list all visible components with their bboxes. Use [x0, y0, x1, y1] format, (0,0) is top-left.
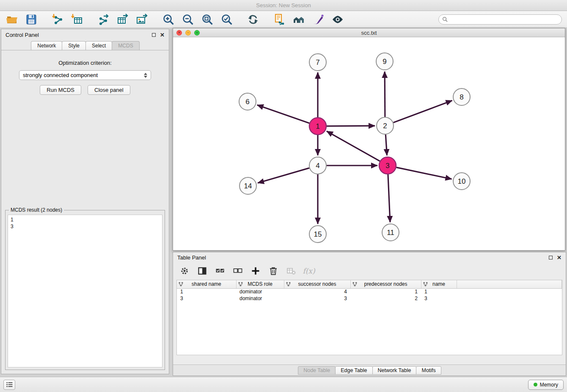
tab-mcds[interactable]: MCDS — [112, 41, 139, 50]
delete-column-button[interactable] — [268, 265, 279, 276]
graph-node[interactable]: 2 — [377, 117, 394, 134]
graph-node-label: 1 — [316, 122, 319, 130]
deselect-all-icon — [233, 266, 242, 276]
show-graphics-button[interactable] — [331, 13, 344, 26]
graph-edge[interactable] — [257, 105, 310, 123]
graph-edge[interactable] — [327, 131, 380, 161]
export-network-button[interactable] — [96, 13, 110, 26]
table-row[interactable]: 3 dominator 3 2 3 — [177, 295, 562, 302]
table-cell[interactable]: 1 — [350, 288, 421, 295]
graph-edge[interactable] — [388, 174, 390, 222]
graph-node[interactable]: 1 — [309, 118, 326, 135]
minimize-window-icon[interactable]: − — [185, 30, 191, 36]
show-columns-button[interactable] — [197, 265, 208, 276]
zoom-in-button[interactable] — [162, 13, 175, 26]
mcds-result-list[interactable]: 1 3 — [8, 215, 162, 367]
task-history-button[interactable] — [3, 380, 15, 390]
zoom-fit-button[interactable] — [201, 13, 214, 26]
graph-edge[interactable] — [385, 72, 385, 117]
column-header-mcds-role[interactable]: MCDS role — [236, 280, 284, 288]
table-cell[interactable]: 3 — [284, 295, 350, 302]
open-session-button[interactable] — [5, 13, 19, 26]
zoom-out-button[interactable] — [181, 13, 195, 26]
tab-network-table[interactable]: Network Table — [372, 366, 417, 375]
table-settings-button[interactable] — [179, 265, 190, 276]
tab-motifs[interactable]: Motifs — [416, 366, 441, 375]
tab-edge-table[interactable]: Edge Table — [335, 366, 372, 375]
network-window-titlebar[interactable]: ✕ − ＋ scc.txt — [173, 28, 565, 37]
maximize-window-icon[interactable]: ＋ — [194, 30, 200, 36]
function-builder-button[interactable]: f(x) — [303, 265, 314, 276]
tab-node-table[interactable]: Node Table — [298, 366, 336, 375]
table-row[interactable]: 1 dominator 4 1 1 — [177, 288, 562, 295]
two-houses-icon — [293, 14, 305, 25]
network-graph[interactable]: 7968124314101511 — [173, 37, 565, 250]
delete-table-button[interactable] — [286, 265, 297, 276]
table-cell[interactable]: dominator — [236, 295, 284, 302]
table-cell[interactable]: 1 — [421, 288, 457, 295]
import-table-button[interactable] — [70, 13, 84, 26]
column-header-successor-nodes[interactable]: successor nodes — [284, 280, 350, 288]
graph-node[interactable]: 7 — [309, 54, 326, 71]
graph-node[interactable]: 14 — [239, 177, 256, 194]
close-window-icon[interactable]: ✕ — [176, 30, 182, 36]
column-header-shared-name[interactable]: shared name — [177, 280, 236, 288]
trash-icon — [269, 266, 278, 276]
table-panel-close-icon[interactable]: ✕ — [557, 255, 561, 260]
optimization-criterion-select[interactable]: strongly connected component — [19, 70, 151, 80]
table-cell[interactable]: 3 — [421, 295, 457, 302]
table-panel-float-icon[interactable] — [549, 256, 553, 259]
node-table[interactable]: shared name MCDS role successor nodes pr… — [176, 280, 562, 355]
zoom-selected-button[interactable] — [220, 13, 234, 26]
tab-select[interactable]: Select — [85, 41, 112, 50]
column-header-predecessor-nodes[interactable]: predecessor nodes — [350, 280, 421, 288]
first-neighbors-button[interactable] — [292, 13, 306, 26]
optimization-criterion-label: Optimization criterion: — [1, 60, 169, 66]
graph-edge[interactable] — [258, 168, 309, 183]
graph-node[interactable]: 15 — [309, 226, 326, 243]
table-cell[interactable]: 4 — [284, 288, 350, 295]
import-table-icon — [71, 14, 83, 25]
graph-edge[interactable] — [394, 100, 452, 122]
control-panel-float-icon[interactable] — [152, 33, 156, 37]
graph-node[interactable]: 11 — [382, 224, 399, 241]
search-field[interactable] — [438, 14, 562, 25]
table-cell[interactable]: 2 — [350, 295, 421, 302]
graph-node-label: 11 — [387, 229, 394, 237]
graph-edge[interactable] — [385, 135, 387, 155]
graph-node[interactable]: 9 — [376, 53, 393, 70]
search-input[interactable] — [448, 17, 558, 22]
run-mcds-button[interactable]: Run MCDS — [40, 85, 81, 95]
tab-network[interactable]: Network — [31, 41, 62, 50]
graph-node[interactable]: 6 — [239, 93, 256, 110]
table-cell[interactable]: 3 — [177, 295, 236, 302]
import-network-button[interactable] — [51, 13, 64, 26]
save-session-button[interactable] — [25, 13, 38, 26]
attribute-icon — [179, 282, 183, 287]
graph-node-label: 4 — [316, 162, 319, 170]
column-header-name[interactable]: name — [421, 280, 457, 288]
graph-node[interactable]: 4 — [309, 157, 326, 174]
table-cell[interactable]: dominator — [236, 288, 284, 295]
graph-node-label: 14 — [244, 182, 252, 190]
memory-button[interactable]: Memory — [528, 380, 564, 390]
refresh-button[interactable] — [246, 13, 260, 26]
table-cell[interactable]: 1 — [177, 288, 236, 295]
tab-style[interactable]: Style — [62, 41, 86, 50]
graph-node[interactable]: 8 — [453, 88, 470, 105]
apply-style-button[interactable] — [311, 13, 325, 26]
network-canvas[interactable]: 7968124314101511 — [173, 37, 565, 250]
export-image-button[interactable] — [135, 13, 149, 26]
export-table-button[interactable] — [116, 13, 129, 26]
export-image-icon — [136, 14, 148, 25]
graph-node[interactable]: 3 — [379, 157, 396, 174]
select-all-button[interactable] — [215, 265, 226, 276]
close-panel-button[interactable]: Close panel — [88, 85, 130, 95]
deselect-all-button[interactable] — [232, 265, 243, 276]
clone-network-button[interactable] — [272, 13, 286, 26]
graph-edge[interactable] — [396, 167, 452, 179]
add-column-button[interactable] — [250, 265, 261, 276]
graph-node[interactable]: 10 — [453, 173, 470, 190]
graph-edge[interactable] — [327, 126, 375, 126]
control-panel-close-icon[interactable]: ✕ — [160, 32, 165, 38]
